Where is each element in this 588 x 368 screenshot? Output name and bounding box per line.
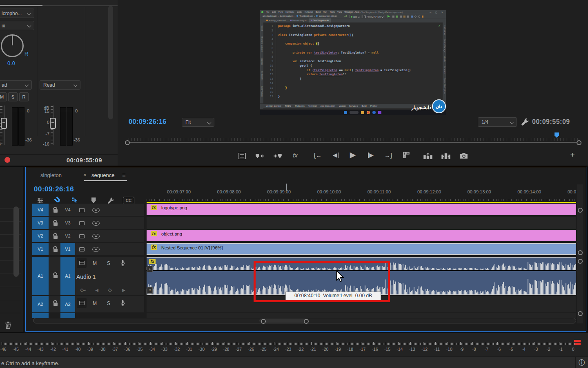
- breadcrumb-item[interactable]: alirezaahmadi: [263, 15, 276, 17]
- stripe-label[interactable]: Emulator: [443, 66, 445, 74]
- ide-toolwindow-problems[interactable]: Problems: [295, 105, 304, 107]
- track-a1-source-patch[interactable]: A1: [32, 257, 49, 295]
- fx-badge-icon[interactable]: fx: [151, 231, 157, 236]
- track-a2-sync-lock-icon[interactable]: [78, 300, 86, 306]
- ide-toolwindow-profiler[interactable]: Profiler: [370, 105, 377, 107]
- track-a2-solo-button[interactable]: S: [105, 300, 112, 307]
- mark-in-button[interactable]: [254, 150, 265, 161]
- automation-mode-dropdown-2[interactable]: Read: [40, 80, 80, 90]
- track-a1-name[interactable]: Audio 1: [76, 274, 96, 280]
- hscroll-zoom-handle-right[interactable]: [304, 319, 309, 324]
- fx-badge-icon[interactable]: fx: [149, 259, 156, 264]
- stripe-label[interactable]: Build Variants: [261, 86, 263, 97]
- track-v1-source-patch[interactable]: V1: [32, 243, 49, 255]
- search-icon[interactable]: [414, 16, 416, 18]
- hammer-icon[interactable]: [344, 15, 347, 17]
- project-scrollbar[interactable]: [13, 206, 19, 277]
- pan-automation-r[interactable]: R: [24, 51, 29, 57]
- track-a1-target[interactable]: A1: [60, 257, 75, 295]
- breadcrumb-item[interactable]: companion object: [319, 15, 336, 17]
- mute-button[interactable]: M: [0, 92, 7, 101]
- track-v1-sync-lock-icon[interactable]: [78, 247, 86, 252]
- breadcrumb-item[interactable]: TestSingleton: [299, 15, 313, 17]
- menu-item-edit[interactable]: Edit: [272, 11, 276, 13]
- menu-item-refactor[interactable]: Refactor: [305, 11, 313, 13]
- menu-item-build[interactable]: Build: [316, 11, 321, 13]
- fader-handle[interactable]: [50, 118, 56, 129]
- keyframe-type-dropdown[interactable]: ◇: [79, 287, 87, 293]
- ide-toolbar-icons[interactable]: [392, 16, 423, 18]
- track-a2-lock-icon[interactable]: [51, 298, 60, 308]
- run-button[interactable]: [388, 15, 390, 18]
- lift-button[interactable]: [401, 150, 412, 160]
- step-back-button[interactable]: ◀: [330, 150, 341, 160]
- monitor-scrub-line[interactable]: [129, 142, 578, 143]
- pan-value[interactable]: 0.0: [7, 60, 16, 66]
- timeline-hscrollbar-thumb[interactable]: [259, 319, 308, 323]
- mixer-scrollbar[interactable]: [108, 6, 113, 119]
- track-a1-solo-button[interactable]: S: [105, 260, 112, 267]
- stripe-label[interactable]: Resource Manager: [261, 36, 263, 52]
- track-v3-toggle-output-eye-icon[interactable]: [92, 220, 100, 226]
- play-button[interactable]: ▶: [347, 149, 359, 160]
- tab-singleton[interactable]: singleton: [40, 172, 62, 178]
- clip-object[interactable]: fx object.png: [147, 230, 576, 241]
- stripe-label[interactable]: Bookmarks: [261, 71, 263, 81]
- track-v1-lock-icon[interactable]: [51, 244, 60, 254]
- record-arm-button[interactable]: R: [19, 92, 29, 101]
- scrub-handle-left[interactable]: [125, 140, 130, 145]
- sdk-manager-icon[interactable]: [411, 16, 413, 18]
- avd-manager-icon[interactable]: [407, 16, 409, 18]
- fx-button[interactable]: fx: [290, 150, 301, 160]
- stripe-label[interactable]: Project: [261, 25, 263, 31]
- track-v3-lock-icon[interactable]: [51, 218, 60, 228]
- track-a1-voiceover-mic-icon[interactable]: [119, 259, 126, 267]
- track-a2-mute-button[interactable]: M: [91, 300, 98, 307]
- track-a1-lock-icon[interactable]: [51, 270, 60, 280]
- track-a1-mute-button[interactable]: M: [91, 260, 98, 267]
- track-v3-source-patch[interactable]: V3: [32, 217, 49, 229]
- track-v1-toggle-output-eye-icon[interactable]: [92, 247, 100, 252]
- fx-badge-icon[interactable]: fx: [151, 245, 157, 250]
- menu-item-view[interactable]: View: [278, 11, 283, 13]
- record-button[interactable]: [4, 157, 10, 163]
- track-v2-lock-icon[interactable]: [51, 231, 60, 241]
- ide-toolwindow-logcat[interactable]: Logcat: [339, 105, 346, 107]
- monitor-zoom-dropdown[interactable]: Fit: [182, 118, 214, 127]
- menu-item-file[interactable]: File: [266, 11, 270, 13]
- automation-mode-dropdown-1[interactable]: ad: [0, 80, 32, 90]
- menu-item-vcs[interactable]: VCS: [337, 11, 342, 13]
- timeline-timecode[interactable]: 00:09:26:16: [34, 185, 74, 193]
- ide-toolwindow-todo[interactable]: TODO: [285, 105, 292, 107]
- add-button[interactable]: +: [568, 150, 577, 160]
- info-icon[interactable]: ⓘ: [579, 359, 585, 367]
- window-controls[interactable]: ─ ▢ ✕: [430, 11, 445, 13]
- solo-button[interactable]: S: [8, 92, 18, 101]
- menu-item-code[interactable]: Code: [297, 11, 302, 13]
- monitor-current-timecode[interactable]: 00:09:26:16: [129, 118, 167, 126]
- ide-toolwindow-version-control[interactable]: Version Control: [266, 105, 281, 107]
- trash-icon[interactable]: [4, 321, 12, 330]
- ide-toolwindow-services[interactable]: Services: [349, 105, 358, 107]
- vscroll-handle[interactable]: [578, 208, 583, 213]
- go-to-in-button[interactable]: {←: [312, 150, 323, 160]
- code-area[interactable]: package info.alirezaahmadi.designpattern…: [278, 24, 441, 99]
- track-v3-sync-lock-icon[interactable]: [78, 220, 86, 226]
- mixer-channel-dropdown[interactable]: icropho...: [0, 9, 34, 18]
- close-tab-icon[interactable]: ×: [83, 172, 87, 178]
- profile-icon[interactable]: [400, 16, 402, 18]
- export-frame-camera-button[interactable]: [458, 150, 470, 161]
- menu-item-run[interactable]: Run: [323, 11, 327, 13]
- track-a2-voiceover-mic-icon[interactable]: [119, 299, 126, 307]
- fx-badge-icon[interactable]: fx: [151, 205, 157, 210]
- ide-toolwindow-terminal[interactable]: Terminal: [308, 105, 317, 107]
- extract-button[interactable]: [440, 150, 452, 161]
- vscroll-handle[interactable]: [578, 259, 583, 264]
- monitor-mini-ruler[interactable]: [129, 138, 578, 141]
- track-v2-toggle-output-eye-icon[interactable]: [92, 233, 100, 239]
- export-still-button[interactable]: [422, 150, 434, 161]
- mixer-mix-dropdown[interactable]: ix: [0, 21, 34, 30]
- timeline-content[interactable]: 00:09:07:0000:09:08:0000:09:09:0000:09:1…: [147, 184, 576, 323]
- settings-gear-icon[interactable]: [418, 16, 420, 18]
- playback-resolution-dropdown[interactable]: 1/4: [478, 117, 517, 127]
